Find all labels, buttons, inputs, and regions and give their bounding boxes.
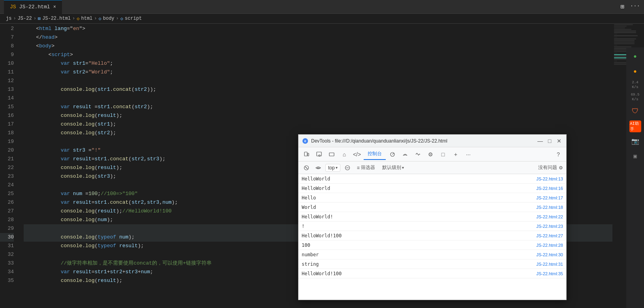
ai-assistant-icon[interactable]: AI助手 [629, 120, 641, 132]
console-link-0[interactable]: JS-22.html:13 [536, 177, 563, 181]
console-link-8[interactable]: JS-22.html:30 [536, 252, 563, 257]
svg-rect-4 [329, 153, 334, 156]
console-text-1: HelloWorld [302, 186, 536, 191]
split-editor-icon[interactable]: ⊞ [620, 3, 624, 11]
console-row-3: World JS-22.html:18 [299, 203, 566, 212]
console-text-6: HelloWorld!100 [302, 233, 536, 239]
devtools-memory-tab[interactable] [412, 149, 424, 160]
devtools-more-tab[interactable]: ··· [462, 149, 474, 160]
breadcrumb-html-icon: ◇ [77, 16, 79, 22]
devtools-home-tab[interactable]: ⌂ [338, 149, 350, 160]
code-line-16: console.log(result); [24, 111, 612, 120]
title-bar: JS JS-22.html × ⊞ ··· [0, 0, 644, 14]
code-line-11: var str2="World"; [24, 68, 612, 77]
console-text-2: Hello [302, 195, 536, 201]
devtools-settings-tab[interactable]: ⚙ [424, 149, 436, 160]
console-row-6: HelloWorld!100 JS-22.html:27 [299, 231, 566, 240]
devtools-close-button[interactable]: ✕ [556, 138, 562, 144]
code-line-7: </head> [24, 33, 612, 42]
console-row-9: string JS-22.html:31 [299, 259, 566, 269]
console-text-0: HelloWorld [302, 176, 536, 182]
no-issues-settings-icon[interactable]: ⚙ [559, 165, 563, 171]
console-clear-button[interactable] [302, 163, 311, 173]
devtools-network-tab[interactable] [399, 149, 411, 160]
breadcrumb-js[interactable]: js [6, 16, 11, 21]
breadcrumb-body[interactable]: body [103, 16, 115, 21]
devtools-coverage-tab[interactable]: □ [437, 149, 449, 160]
console-text-3: World [302, 205, 536, 210]
console-text-8: number [302, 252, 536, 257]
upload-speed: 2.4 K/s [632, 81, 638, 90]
console-link-6[interactable]: JS-22.html:27 [536, 233, 563, 238]
devtools-minimize-button[interactable]: — [537, 138, 543, 144]
breadcrumb-script-icon: ◇ [120, 16, 123, 22]
devtools-console-tab[interactable]: 控制台 [364, 149, 386, 160]
console-text-10: HelloWorld!100 [302, 271, 536, 276]
devtools-source-tab[interactable]: </> [351, 149, 363, 160]
top-label: top [328, 165, 335, 171]
status-icon-2: ● [629, 66, 641, 77]
filter-icon: ≡ [357, 165, 360, 171]
filter-label: 筛选器 [361, 164, 375, 171]
code-line-13: console.log(str1.concat(str2)); [24, 85, 612, 94]
level-label: 默认级别 [382, 164, 401, 171]
right-panel: ● ● 2.4 K/s 69.5 K/s 🛡 AI助手 📷 ▣ [626, 47, 644, 308]
no-issues-label: 没有问题 [538, 164, 557, 171]
devtools-device-tab[interactable] [300, 149, 312, 160]
console-text-4: HelloWorld! [302, 214, 536, 220]
console-link-1[interactable]: JS-22.html:16 [536, 186, 563, 191]
console-link-5[interactable]: JS-22.html:23 [536, 224, 563, 229]
tab-filename: JS-22.html [19, 4, 50, 10]
console-link-7[interactable]: JS-22.html:28 [536, 243, 563, 248]
devtools-add-tab[interactable]: + [450, 149, 462, 160]
console-filter-icon[interactable] [343, 163, 352, 173]
breadcrumb-body-icon: ◇ [99, 16, 101, 22]
console-row-1: HelloWorld JS-22.html:16 [299, 184, 566, 193]
breadcrumb-script[interactable]: script [125, 16, 142, 21]
console-text-9: string [302, 261, 536, 267]
context-selector[interactable]: top ▾ [325, 164, 340, 172]
console-row-0: HelloWorld JS-22.html:13 [299, 174, 566, 184]
more-actions-icon[interactable]: ··· [630, 3, 640, 11]
screenshot-icon[interactable]: 📷 [629, 135, 641, 147]
devtools-maximize-button[interactable]: □ [546, 138, 553, 144]
console-eye-button[interactable] [314, 163, 323, 173]
breadcrumb-file-icon: ⊞ [38, 16, 41, 22]
console-link-10[interactable]: JS-22.html:35 [536, 271, 563, 276]
fullscreen-screenshot-icon[interactable]: ▣ [629, 150, 641, 162]
console-row-10: HelloWorld!100 JS-22.html:35 [299, 269, 566, 278]
breadcrumb-js22[interactable]: JS-22 [18, 16, 32, 21]
devtools-toolbar: ⌂ </> 控制台 ⚙ □ + ··· ? [299, 147, 566, 162]
devtools-help-tab[interactable]: ? [552, 149, 564, 160]
breadcrumb-filename[interactable]: JS-22.html [42, 16, 71, 21]
tab-close-button[interactable]: × [53, 4, 56, 10]
svg-rect-0 [304, 152, 307, 156]
devtools-panel: e DevTools - file:///D:/qianduan/quandua… [298, 134, 567, 300]
code-line-14 [24, 94, 612, 103]
level-selector[interactable]: 默认级别 ▾ [380, 163, 406, 172]
svg-point-9 [317, 167, 319, 169]
svg-rect-1 [308, 153, 309, 156]
tab-icon: JS [10, 4, 16, 10]
top-dropdown-icon: ▾ [336, 165, 338, 170]
ai-label: AI助手 [630, 121, 640, 132]
console-row-8: number JS-22.html:30 [299, 250, 566, 259]
editor-tab[interactable]: JS JS-22.html × [4, 0, 62, 14]
svg-rect-2 [317, 152, 321, 156]
code-line-8: <body> [24, 42, 612, 51]
devtools-toggle-tab[interactable] [326, 149, 338, 160]
code-line-17: console.log(str1); [24, 120, 612, 129]
filter-button[interactable]: ≡ 筛选器 [355, 163, 377, 172]
devtools-inspect-tab[interactable] [313, 149, 325, 160]
console-link-2[interactable]: JS-22.html:17 [536, 195, 563, 200]
console-link-3[interactable]: JS-22.html:18 [536, 205, 563, 210]
breadcrumb: js › JS-22 › ⊞ JS-22.html › ◇ html › ◇ b… [0, 14, 644, 24]
console-link-4[interactable]: JS-22.html:22 [536, 214, 563, 219]
console-link-9[interactable]: JS-22.html:31 [536, 262, 563, 267]
svg-line-8 [305, 167, 308, 169]
line-numbers: 2 7 8 9 10 11 12 13 14 15 16 17 18 19 20… [0, 24, 18, 308]
console-row-5: ! JS-22.html:23 [299, 222, 566, 231]
devtools-perf-tab[interactable] [387, 149, 398, 160]
breadcrumb-html[interactable]: html [81, 16, 93, 21]
console-row-2: Hello JS-22.html:17 [299, 193, 566, 203]
